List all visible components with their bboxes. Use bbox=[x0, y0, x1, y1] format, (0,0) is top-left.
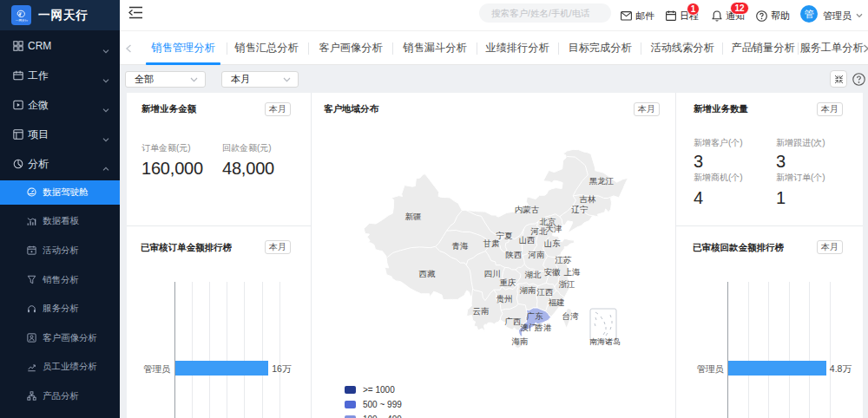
tab-产品销量分析[interactable]: 产品销量分析 bbox=[726, 31, 800, 65]
tab-销售漏斗分析[interactable]: 销售漏斗分析 bbox=[398, 31, 472, 65]
sidebar-subitem-数据驾驶舱[interactable]: 数据驾驶舱 bbox=[0, 178, 120, 207]
sidebar-subitem-label: 销售分析 bbox=[43, 274, 79, 286]
bar-管理员[interactable] bbox=[175, 361, 269, 376]
tab-separator bbox=[798, 42, 799, 55]
bird-logo-icon bbox=[16, 9, 27, 19]
map-label-内蒙古: 内蒙古 bbox=[515, 205, 540, 214]
bell-icon bbox=[712, 10, 722, 22]
sidebar-item-工作[interactable]: 工作 bbox=[0, 61, 120, 90]
sidebar-collapse-icon[interactable] bbox=[128, 6, 143, 19]
sidebar-item-CRM[interactable]: CRM bbox=[0, 31, 120, 61]
user-name: 管理员 bbox=[823, 10, 852, 23]
header-help[interactable]: 帮助 bbox=[756, 0, 790, 31]
map-label-黑龙江: 黑龙江 bbox=[589, 176, 615, 186]
dashboard-help-button[interactable] bbox=[850, 70, 867, 88]
user-menu[interactable]: 管理员 bbox=[823, 0, 863, 31]
tab-目标完成分析[interactable]: 目标完成分析 bbox=[562, 31, 637, 65]
legend-swatch bbox=[345, 401, 356, 408]
sidebar-subitem-客户画像分析[interactable]: 客户画像分析 bbox=[0, 323, 120, 353]
card-title: 新增业务金额 bbox=[141, 103, 196, 115]
card-new-business-amount: 新增业务金额 本月 订单金额(元)160,000回款金额(元)48,000 bbox=[127, 93, 311, 225]
tab-服务工单分析[interactable]: 服务工单分析 bbox=[794, 31, 868, 65]
chart-gridline bbox=[262, 282, 263, 418]
sidebar-subitem-label: 服务分析 bbox=[43, 303, 79, 315]
sidebar-subitem-数据看板[interactable]: 数据看板 bbox=[0, 207, 120, 237]
bar-value-label: 4.8万 bbox=[830, 363, 852, 376]
help-circle-icon bbox=[852, 73, 865, 86]
chevron-up-icon bbox=[102, 160, 109, 167]
map-label-江西: 江西 bbox=[536, 287, 554, 297]
sidebar-subitem-服务分析[interactable]: 服务分析 bbox=[0, 294, 120, 323]
tabs-scroll-right-icon[interactable] bbox=[859, 31, 868, 65]
sidebar-item-项目[interactable]: 项目 bbox=[0, 120, 120, 149]
stat-label: 新增订单(个) bbox=[776, 172, 825, 184]
stat-label: 新增商机(个) bbox=[694, 172, 743, 184]
map-label-重庆: 重庆 bbox=[500, 278, 517, 287]
china-map[interactable]: 黑龙江吉林辽宁内蒙古北京天津河北山西山东新疆青海甘肃宁夏陕西河南江苏安徽上海西藏… bbox=[311, 93, 675, 418]
map-label-山东: 山东 bbox=[544, 238, 562, 248]
sidebar-menu: CRM工作企微项目分析 bbox=[0, 31, 120, 179]
chevron-down-icon bbox=[102, 131, 109, 138]
user-avatar[interactable]: 管 bbox=[800, 5, 818, 23]
map-label-贵州: 贵州 bbox=[496, 294, 513, 304]
card-customer-region: 客户地域分布 本月 黑龙江吉林辽宁内蒙古北京天津河北山西山东新疆青海甘肃宁夏陕西… bbox=[311, 93, 675, 418]
sidebar: 一网天行 一网天行 CRM工作企微项目分析 数据驾驶舱数据看板活动分析销售分析服… bbox=[0, 0, 120, 418]
search-input[interactable] bbox=[491, 8, 604, 18]
tab-separator bbox=[641, 42, 641, 55]
stat-value: 1 bbox=[776, 188, 786, 208]
header-mail[interactable]: 邮件 bbox=[621, 0, 654, 31]
chart-gridline bbox=[789, 282, 790, 418]
map-label-广西: 广西 bbox=[505, 317, 522, 326]
inset-frame bbox=[590, 309, 616, 340]
stat-label: 新增客户(个) bbox=[694, 137, 743, 149]
headset-icon bbox=[27, 304, 36, 314]
question-circle-icon bbox=[756, 10, 767, 22]
crm-grid-icon bbox=[13, 41, 23, 51]
fullscreen-button[interactable] bbox=[830, 70, 847, 88]
tab-客户画像分析[interactable]: 客户画像分析 bbox=[313, 31, 388, 65]
chart-gridline bbox=[279, 282, 280, 418]
tab-业绩排行分析[interactable]: 业绩排行分析 bbox=[480, 31, 555, 65]
stat-label: 订单金额(元) bbox=[141, 142, 191, 154]
stat-value: 3 bbox=[694, 152, 703, 172]
sidebar-logo-area[interactable]: 一网天行 一网天行 bbox=[0, 0, 120, 30]
period-badge: 本月 bbox=[817, 102, 843, 116]
sidebar-item-分析[interactable]: 分析 bbox=[0, 149, 120, 179]
map-label-福建: 福建 bbox=[549, 297, 565, 307]
chart-gridline bbox=[244, 282, 245, 418]
chart-gridline bbox=[768, 282, 769, 418]
project-icon bbox=[13, 129, 23, 140]
funnel-icon bbox=[27, 275, 36, 284]
sidebar-subitem-活动分析[interactable]: 活动分析 bbox=[0, 236, 120, 265]
sidebar-item-label: 工作 bbox=[28, 69, 49, 83]
tabs-scroll-left-icon[interactable] bbox=[122, 31, 135, 65]
payment-rank-chart: 管理员4.8万 bbox=[675, 225, 863, 418]
tab-销售管理分析[interactable]: 销售管理分析 bbox=[146, 31, 220, 65]
legend-swatch bbox=[345, 386, 356, 394]
brand-name: 一网天行 bbox=[38, 8, 89, 23]
sidebar-subitem-label: 产品分析 bbox=[43, 390, 79, 402]
chevron-down-icon bbox=[190, 77, 198, 82]
sidebar-subitem-员工业绩分析[interactable]: 员工业绩分析 bbox=[0, 353, 120, 382]
tab-活动线索分析[interactable]: 活动线索分析 bbox=[645, 31, 720, 65]
sidebar-item-企微[interactable]: 企微 bbox=[0, 90, 120, 120]
map-label-湖南: 湖南 bbox=[520, 285, 536, 295]
bar-管理员[interactable] bbox=[728, 361, 826, 376]
mail-icon bbox=[621, 11, 632, 21]
scope-select[interactable]: 全部 bbox=[125, 71, 206, 88]
calendar-icon bbox=[666, 10, 676, 21]
tab-销售汇总分析[interactable]: 销售汇总分析 bbox=[229, 31, 304, 65]
chart-axis-line bbox=[727, 282, 728, 418]
logo-mark-text: 一网天行 bbox=[15, 19, 27, 23]
tab-separator bbox=[392, 42, 393, 55]
legend-label: 500 ~ 999 bbox=[363, 400, 402, 409]
legend-label: 100 ~ 499 bbox=[363, 415, 402, 418]
chart-axis-line bbox=[174, 282, 175, 418]
sidebar-subitem-产品分析[interactable]: 产品分析 bbox=[0, 382, 120, 411]
stat-value: 3 bbox=[776, 152, 786, 172]
sidebar-subitem-销售分析[interactable]: 销售分析 bbox=[0, 265, 120, 295]
map-label-吉林: 吉林 bbox=[580, 194, 597, 204]
bar-value-label: 16万 bbox=[272, 363, 291, 376]
card-order-amount-rank: 已审核订单金额排行榜 本月 管理员16万 bbox=[127, 225, 311, 418]
period-select[interactable]: 本月 bbox=[221, 71, 299, 88]
